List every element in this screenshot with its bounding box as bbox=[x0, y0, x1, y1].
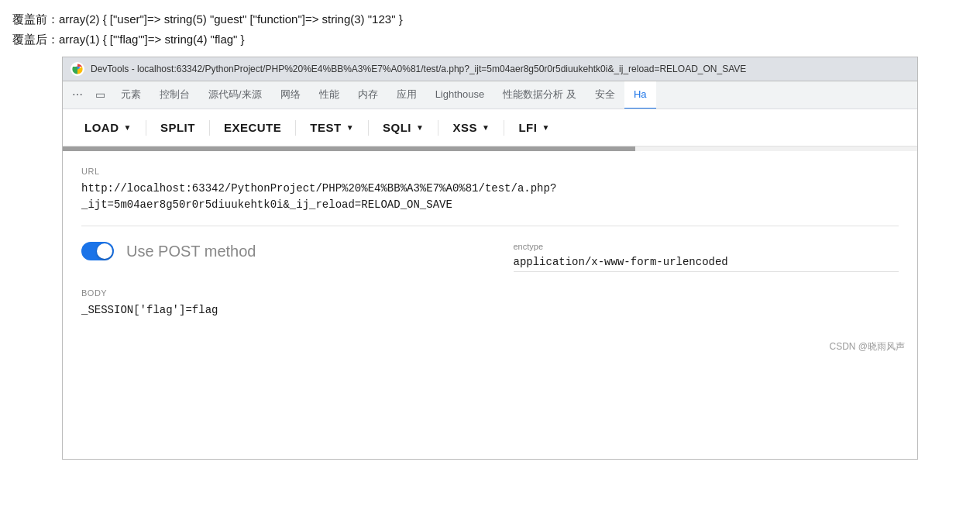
tab-elements[interactable]: 元素 bbox=[112, 81, 150, 109]
test-chevron: ▼ bbox=[346, 123, 354, 132]
xss-button[interactable]: XSS ▼ bbox=[440, 115, 502, 140]
toolbar-divider-2 bbox=[209, 120, 210, 136]
line2: 覆盖后：array(1) { ["'flag'"]=> string(4) "f… bbox=[12, 29, 968, 50]
xss-chevron: ▼ bbox=[482, 123, 490, 132]
tab-performance[interactable]: 性能 bbox=[310, 81, 349, 109]
split-button[interactable]: SPLIT bbox=[148, 115, 208, 140]
watermark: CSDN @晓雨风声 bbox=[63, 334, 917, 360]
lfi-button[interactable]: LFI ▼ bbox=[506, 115, 562, 140]
tab-mobile-icon[interactable]: ▭ bbox=[89, 81, 112, 109]
toolbar: LOAD ▼ SPLIT EXECUTE TEST ▼ SQLI ▼ XSS ▼… bbox=[63, 109, 917, 146]
url-value: http://localhost:63342/PythonProject/PHP… bbox=[81, 181, 899, 226]
body-label: Body bbox=[81, 288, 899, 298]
toolbar-divider-1 bbox=[146, 120, 146, 136]
tab-ha[interactable]: Ha bbox=[624, 81, 656, 109]
top-text-area: 覆盖前：array(2) { ["user"]=> string(5) "gue… bbox=[0, 0, 980, 57]
tab-network[interactable]: 网络 bbox=[271, 81, 310, 109]
chrome-icon bbox=[70, 62, 84, 76]
enctype-value: application/x-www-form-urlencoded bbox=[514, 256, 899, 272]
devtools-titlebar: DevTools - localhost:63342/PythonProject… bbox=[63, 57, 917, 81]
execute-button[interactable]: EXECUTE bbox=[211, 115, 294, 140]
tab-sources[interactable]: 源代码/来源 bbox=[199, 81, 271, 109]
two-column-section: Use POST method enctype application/x-ww… bbox=[81, 242, 899, 276]
post-method-toggle[interactable] bbox=[81, 242, 114, 260]
tab-console[interactable]: 控制台 bbox=[150, 81, 199, 109]
toolbar-divider-6 bbox=[504, 120, 504, 136]
line1: 覆盖前：array(2) { ["user"]=> string(5) "gue… bbox=[12, 9, 968, 29]
post-method-row: Use POST method bbox=[81, 242, 467, 260]
body-section: Body _SESSION['flag']=flag bbox=[81, 288, 899, 319]
load-chevron: ▼ bbox=[124, 123, 132, 132]
devtools-window: DevTools - localhost:63342/PythonProject… bbox=[62, 57, 918, 460]
tab-performance-insights[interactable]: 性能数据分析 及 bbox=[493, 81, 586, 109]
body-value: _SESSION['flag']=flag bbox=[81, 302, 899, 319]
right-col: enctype application/x-www-form-urlencode… bbox=[498, 242, 899, 276]
enctype-label: enctype bbox=[514, 242, 899, 251]
tab-cursor-icon[interactable]: ⋯ bbox=[66, 81, 89, 109]
sqli-button[interactable]: SQLI ▼ bbox=[370, 115, 436, 140]
tab-application[interactable]: 应用 bbox=[387, 81, 426, 109]
left-col: Use POST method bbox=[81, 242, 467, 276]
tab-lighthouse[interactable]: Lighthouse bbox=[426, 81, 494, 109]
sqli-chevron: ▼ bbox=[416, 123, 424, 132]
tab-memory[interactable]: 内存 bbox=[349, 81, 387, 109]
devtools-tabbar: ⋯ ▭ 元素 控制台 源代码/来源 网络 性能 内存 应用 Lighthouse bbox=[63, 81, 917, 109]
toolbar-divider-3 bbox=[295, 120, 296, 136]
toggle-knob bbox=[97, 243, 112, 259]
toolbar-divider-4 bbox=[368, 120, 369, 136]
content-area: URL http://localhost:63342/PythonProject… bbox=[63, 151, 917, 334]
load-button[interactable]: LOAD ▼ bbox=[72, 115, 144, 140]
post-method-label: Use POST method bbox=[126, 243, 256, 260]
tab-security[interactable]: 安全 bbox=[586, 81, 624, 109]
url-label: URL bbox=[81, 167, 899, 176]
toolbar-divider-5 bbox=[438, 120, 438, 136]
test-button[interactable]: TEST ▼ bbox=[297, 115, 366, 140]
lfi-chevron: ▼ bbox=[542, 123, 549, 132]
titlebar-text: DevTools - localhost:63342/PythonProject… bbox=[91, 64, 746, 74]
